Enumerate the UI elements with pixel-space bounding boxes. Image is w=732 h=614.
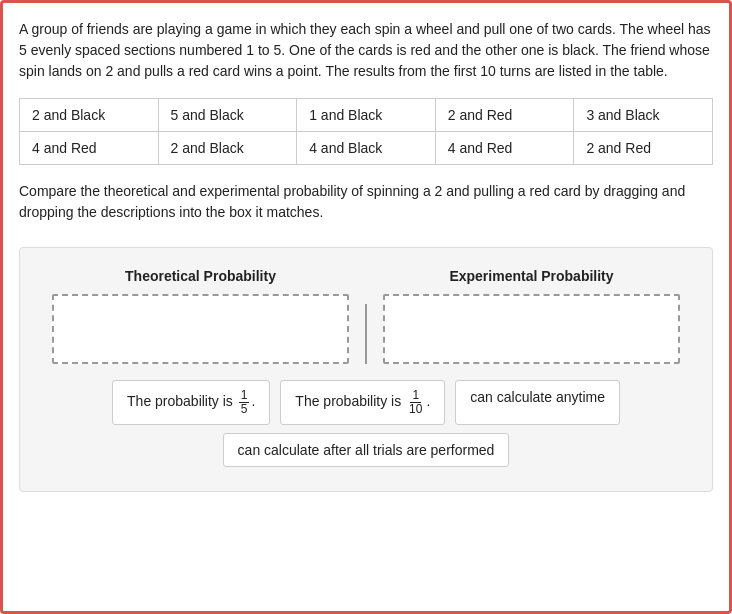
prob-fifth-text-before: The probability is bbox=[127, 393, 237, 409]
table-cell: 4 and Red bbox=[435, 132, 574, 165]
draggable-items-container: The probability is 15. The probability i… bbox=[36, 380, 696, 425]
fraction-one-fifth: 15 bbox=[239, 389, 250, 416]
theoretical-header: Theoretical Probability bbox=[125, 268, 276, 284]
results-table: 2 and Black 5 and Black 1 and Black 2 an… bbox=[19, 98, 713, 165]
draggable-item-can-calculate-anytime[interactable]: can calculate anytime bbox=[455, 380, 620, 425]
table-cell: 2 and Black bbox=[20, 99, 159, 132]
table-cell: 4 and Red bbox=[20, 132, 159, 165]
description-text: A group of friends are playing a game in… bbox=[19, 19, 713, 82]
experimental-column: Experimental Probability bbox=[367, 268, 696, 364]
columns-container: Theoretical Probability Experimental Pro… bbox=[36, 268, 696, 364]
table-cell: 2 and Red bbox=[574, 132, 713, 165]
draggable-item-after-trials[interactable]: can calculate after all trials are perfo… bbox=[223, 433, 510, 467]
draggable-item-prob-tenth[interactable]: The probability is 110. bbox=[280, 380, 445, 425]
experimental-drop-zone[interactable] bbox=[383, 294, 679, 364]
table-cell: 2 and Red bbox=[435, 99, 574, 132]
draggable-items-row2: can calculate after all trials are perfo… bbox=[36, 433, 696, 467]
main-container: A group of friends are playing a game in… bbox=[0, 0, 732, 614]
table-cell: 3 and Black bbox=[574, 99, 713, 132]
table-row: 2 and Black 5 and Black 1 and Black 2 an… bbox=[20, 99, 713, 132]
compare-instructions: Compare the theoretical and experimental… bbox=[19, 181, 713, 223]
fraction-one-tenth: 110 bbox=[407, 389, 424, 416]
prob-fifth-text-after: . bbox=[251, 393, 255, 409]
table-cell: 1 and Black bbox=[297, 99, 436, 132]
after-trials-label: can calculate after all trials are perfo… bbox=[238, 442, 495, 458]
prob-tenth-text-before: The probability is bbox=[295, 393, 405, 409]
table-cell: 5 and Black bbox=[158, 99, 297, 132]
prob-tenth-text-after: . bbox=[426, 393, 430, 409]
table-cell: 4 and Black bbox=[297, 132, 436, 165]
table-cell: 2 and Black bbox=[158, 132, 297, 165]
theoretical-drop-zone[interactable] bbox=[52, 294, 348, 364]
draggable-item-prob-fifth[interactable]: The probability is 15. bbox=[112, 380, 270, 425]
can-calculate-anytime-label: can calculate anytime bbox=[470, 389, 605, 405]
theoretical-column: Theoretical Probability bbox=[36, 268, 365, 364]
experimental-header: Experimental Probability bbox=[449, 268, 613, 284]
table-row: 4 and Red 2 and Black 4 and Black 4 and … bbox=[20, 132, 713, 165]
drag-drop-area: Theoretical Probability Experimental Pro… bbox=[19, 247, 713, 492]
